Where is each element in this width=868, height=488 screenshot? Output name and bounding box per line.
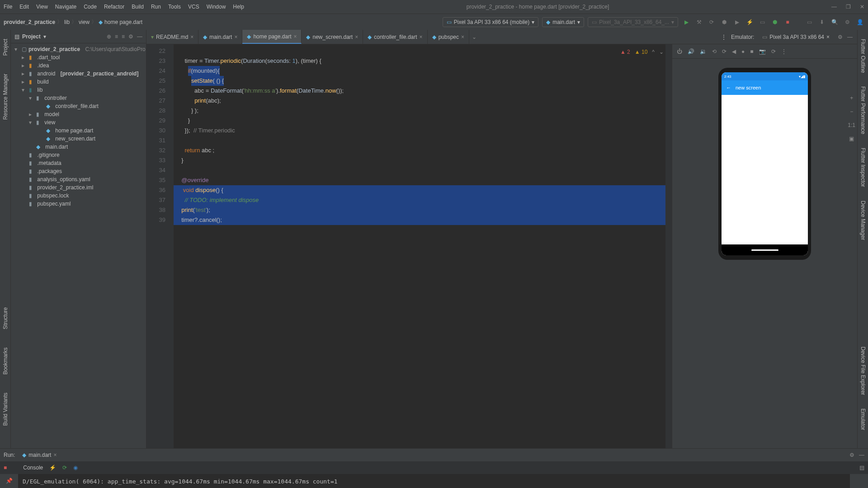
minimize-icon[interactable]: —: [831, 4, 837, 10]
breadcrumb-view[interactable]: view: [79, 19, 90, 25]
attach-icon[interactable]: ⬢: [770, 18, 779, 27]
menu-window[interactable]: Window: [207, 4, 226, 10]
snapshot-icon[interactable]: ⟳: [771, 48, 776, 55]
chevron-down-icon[interactable]: ⌄: [469, 34, 479, 40]
more-icon[interactable]: ⋮: [781, 48, 787, 55]
rail-resource-manager[interactable]: Resource Manager: [2, 74, 9, 120]
rail-project[interactable]: Project: [2, 39, 9, 56]
tab-readme[interactable]: ▾README.md×: [146, 30, 198, 44]
tree-file[interactable]: ▮ .packages: [11, 167, 146, 175]
search-icon[interactable]: 🔍: [830, 18, 839, 27]
menu-run[interactable]: Run: [151, 4, 161, 10]
breadcrumb-root[interactable]: provider_2_practice: [4, 19, 55, 25]
close-icon[interactable]: ×: [420, 34, 423, 40]
tree-item[interactable]: ▸▮ .dart_tool: [11, 53, 146, 61]
settings-icon[interactable]: ⚙: [843, 18, 852, 27]
tree-file[interactable]: ◆ controller_file.dart: [11, 102, 146, 110]
zoom-out-icon[interactable]: −: [850, 108, 853, 115]
menu-edit[interactable]: Edit: [19, 4, 29, 10]
menu-file[interactable]: File: [4, 4, 12, 10]
phone-screen[interactable]: 2:43 ▾◢▮ ← new screen: [722, 72, 808, 255]
target-selector[interactable]: ▭ Pixel_3a_API_33_x86_64_... ▾: [588, 17, 678, 27]
tree-item[interactable]: ▾▮ controller: [11, 94, 146, 102]
console-output[interactable]: D/EGL_emulation( 6064): app_time_stats: …: [18, 474, 850, 488]
hide-icon[interactable]: —: [137, 33, 142, 40]
stop-icon[interactable]: ■: [4, 465, 7, 471]
tree-file[interactable]: ◆ new_screen.dart: [11, 135, 146, 143]
code-editor[interactable]: 222324252627282930313233343536373839 ▲ 2…: [146, 44, 672, 448]
rail-device-manager[interactable]: Device Manager: [860, 201, 866, 240]
rail-flutter-inspector[interactable]: Flutter Inspector: [860, 148, 866, 187]
hot-restart-icon[interactable]: ⟳: [62, 465, 67, 471]
rail-bookmarks[interactable]: Bookmarks: [2, 347, 9, 375]
gear-icon[interactable]: ⚙: [838, 34, 843, 40]
rail-flutter-outline[interactable]: Flutter Outline: [860, 39, 866, 73]
console-scrollbar[interactable]: [850, 474, 868, 488]
flutter-attach-icon[interactable]: ⟳: [707, 18, 716, 27]
tree-root[interactable]: ▾▢ provider_2_practice C:\Users\qurat\St…: [11, 45, 146, 53]
tree-file[interactable]: ▮ provider_2_practice.iml: [11, 183, 146, 192]
tab-pubspec[interactable]: ◆pubspec×: [428, 30, 469, 44]
analysis-summary[interactable]: ▲ 2 ▲ 10 ^ ⌄: [620, 47, 664, 57]
tree-file[interactable]: ◆ home page.dart: [11, 127, 146, 135]
power-icon[interactable]: ⏻: [677, 48, 682, 55]
tree-file[interactable]: ◆ main.dart: [11, 143, 146, 151]
run-icon[interactable]: ▶: [682, 18, 691, 27]
zoom-fit[interactable]: 1:1: [848, 122, 855, 128]
devtools-icon[interactable]: ◉: [73, 465, 78, 471]
volume-up-icon[interactable]: 🔊: [688, 48, 694, 55]
tree-item[interactable]: ▸▮ model: [11, 110, 146, 118]
menu-refactor[interactable]: Refactor: [104, 4, 124, 10]
user-icon[interactable]: 👤: [855, 18, 864, 27]
tree-item[interactable]: ▾▮ lib: [11, 86, 146, 94]
run-config-selector[interactable]: ◆ main.dart ▾: [542, 17, 584, 27]
tab-home-page[interactable]: ◆home page.dart×: [242, 30, 302, 44]
back-icon[interactable]: ◀: [732, 48, 736, 55]
overview-icon[interactable]: ■: [750, 48, 753, 55]
rotate-right-icon[interactable]: ⟳: [722, 48, 726, 55]
hide-icon[interactable]: —: [847, 34, 853, 40]
phone-navbar[interactable]: [722, 244, 808, 255]
close-icon[interactable]: ✕: [860, 4, 864, 10]
pin-icon[interactable]: 📌: [6, 478, 13, 484]
tree-file[interactable]: ▮ analysis_options.yaml: [11, 175, 146, 183]
emulator-device-tab[interactable]: ▭ Pixel 3a API 33 x86 64 ×: [759, 33, 833, 42]
rail-device-file-explorer[interactable]: Device File Explorer: [860, 347, 866, 395]
tab-controller[interactable]: ◆controller_file.dart×: [363, 30, 427, 44]
analysis-stripe[interactable]: [665, 44, 672, 448]
home-icon[interactable]: ●: [741, 48, 745, 55]
rail-emulator[interactable]: Emulator: [860, 408, 866, 430]
menu-build[interactable]: Build: [132, 4, 144, 10]
tree-file[interactable]: ▮ pubspec.yaml: [11, 200, 146, 208]
close-icon[interactable]: ×: [461, 34, 464, 40]
coverage-icon[interactable]: ▶: [732, 18, 741, 27]
volume-down-icon[interactable]: 🔉: [700, 48, 707, 55]
tab-new-screen[interactable]: ◆new_screen.dart×: [302, 30, 363, 44]
breadcrumb-lib[interactable]: lib: [64, 19, 70, 25]
sdk-icon[interactable]: ⬇: [817, 18, 826, 27]
tree-file[interactable]: ▮ .gitignore: [11, 151, 146, 159]
close-icon[interactable]: ×: [53, 452, 57, 458]
collapse-icon[interactable]: ≡: [115, 33, 118, 40]
tree-file[interactable]: ▮ .metadata: [11, 159, 146, 167]
tree-item[interactable]: ▸▮ .idea: [11, 61, 146, 70]
run-tab-main[interactable]: ◆main.dart ×: [19, 451, 59, 459]
menu-tools[interactable]: Tools: [168, 4, 181, 10]
hot-reload-icon[interactable]: ⚡: [745, 18, 754, 27]
menu-help[interactable]: Help: [233, 4, 244, 10]
rail-structure[interactable]: Structure: [2, 307, 9, 329]
hammer-icon[interactable]: ⚒: [694, 18, 703, 27]
close-icon[interactable]: ×: [293, 33, 297, 40]
menu-code[interactable]: Code: [84, 4, 97, 10]
more-icon[interactable]: ⋮: [721, 34, 726, 40]
debug-icon[interactable]: ⬢: [720, 18, 729, 27]
close-icon[interactable]: ×: [826, 34, 830, 40]
breadcrumb-file[interactable]: home page.dart: [104, 19, 142, 25]
stop-icon[interactable]: ■: [783, 18, 792, 27]
menu-vcs[interactable]: VCS: [188, 4, 199, 10]
tree-item[interactable]: ▸▮ android [provider_2_practice_android]: [11, 70, 146, 78]
close-icon[interactable]: ×: [234, 34, 237, 40]
tree-file[interactable]: ▮ pubspec.lock: [11, 192, 146, 200]
console-tab[interactable]: Console: [23, 465, 43, 471]
gear-icon[interactable]: ⚙: [849, 452, 854, 458]
